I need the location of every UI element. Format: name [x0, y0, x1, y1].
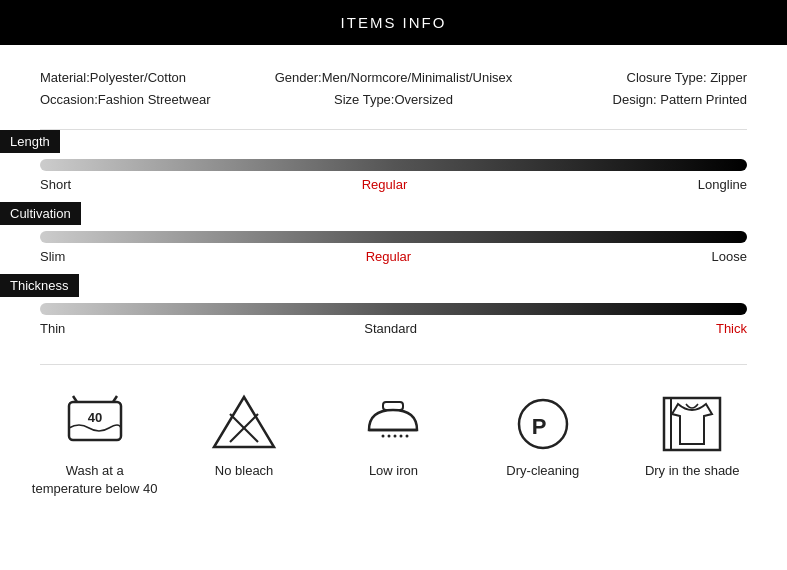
svg-rect-16 — [664, 398, 720, 450]
cultivation-center: Regular — [366, 249, 412, 264]
length-slider-block: Length Short Regular Longline — [0, 130, 787, 192]
length-track-wrapper: Short Regular Longline — [0, 153, 787, 192]
care-dry-cleaning: P Dry-cleaning — [478, 389, 608, 480]
cultivation-right: Loose — [712, 249, 747, 264]
cultivation-track — [40, 231, 747, 243]
occasion-info: Occasion:Fashion Streetwear — [40, 89, 275, 111]
sliders-section: Length Short Regular Longline Cultivatio… — [0, 130, 787, 364]
wash-label: Wash at a temperature below 40 — [30, 462, 160, 498]
thickness-labels: Thin Standard Thick — [40, 321, 747, 336]
length-label: Length — [0, 130, 60, 153]
no-bleach-label: No bleach — [215, 462, 274, 480]
info-section: Material:Polyester/Cotton Occasion:Fashi… — [0, 45, 787, 129]
info-col-3: Closure Type: Zipper Design: Pattern Pri… — [512, 67, 747, 111]
no-bleach-icon — [209, 389, 279, 454]
cultivation-track-wrapper: Slim Regular Loose — [0, 225, 787, 264]
thickness-track — [40, 303, 747, 315]
cultivation-left: Slim — [40, 249, 65, 264]
wash-icon: 40 — [60, 389, 130, 454]
cultivation-labels: Slim Regular Loose — [40, 249, 747, 264]
care-section: 40 Wash at a temperature below 40 No ble… — [0, 371, 787, 516]
svg-point-13 — [406, 434, 409, 437]
care-wash: 40 Wash at a temperature below 40 — [30, 389, 160, 498]
care-low-iron: Low iron — [328, 389, 458, 480]
svg-marker-4 — [214, 397, 274, 447]
page-header: ITEMS INFO — [0, 0, 787, 45]
dry-cleaning-icon: P — [508, 389, 578, 454]
page-title: ITEMS INFO — [341, 14, 447, 31]
svg-point-9 — [382, 434, 385, 437]
divider2 — [40, 364, 747, 365]
length-right: Longline — [698, 177, 747, 192]
info-col-2: Gender:Men/Normcore/Minimalist/Unisex Si… — [275, 67, 513, 111]
thickness-label: Thickness — [0, 274, 79, 297]
dry-shade-icon — [657, 389, 727, 454]
svg-point-11 — [394, 434, 397, 437]
cultivation-label: Cultivation — [0, 202, 81, 225]
thickness-right: Thick — [716, 321, 747, 336]
low-iron-label: Low iron — [369, 462, 418, 480]
cultivation-slider-block: Cultivation Slim Regular Loose — [0, 202, 787, 264]
thickness-slider-block: Thickness Thin Standard Thick — [0, 274, 787, 336]
design-info: Design: Pattern Printed — [512, 89, 747, 111]
care-dry-shade: Dry in the shade — [627, 389, 757, 480]
thickness-left: Thin — [40, 321, 65, 336]
material-info: Material:Polyester/Cotton — [40, 67, 275, 89]
size-info: Size Type:Oversized — [275, 89, 513, 111]
thickness-track-wrapper: Thin Standard Thick — [0, 297, 787, 336]
svg-text:40: 40 — [87, 410, 101, 425]
gender-info: Gender:Men/Normcore/Minimalist/Unisex — [275, 67, 513, 89]
svg-point-12 — [400, 434, 403, 437]
svg-text:P: P — [532, 414, 547, 439]
dry-cleaning-label: Dry-cleaning — [506, 462, 579, 480]
thickness-center: Standard — [364, 321, 417, 336]
length-track — [40, 159, 747, 171]
length-left: Short — [40, 177, 71, 192]
low-iron-icon — [358, 389, 428, 454]
dry-shade-label: Dry in the shade — [645, 462, 740, 480]
closure-info: Closure Type: Zipper — [512, 67, 747, 89]
length-labels: Short Regular Longline — [40, 177, 747, 192]
care-no-bleach: No bleach — [179, 389, 309, 480]
info-col-1: Material:Polyester/Cotton Occasion:Fashi… — [40, 67, 275, 111]
svg-point-10 — [388, 434, 391, 437]
length-center: Regular — [362, 177, 408, 192]
